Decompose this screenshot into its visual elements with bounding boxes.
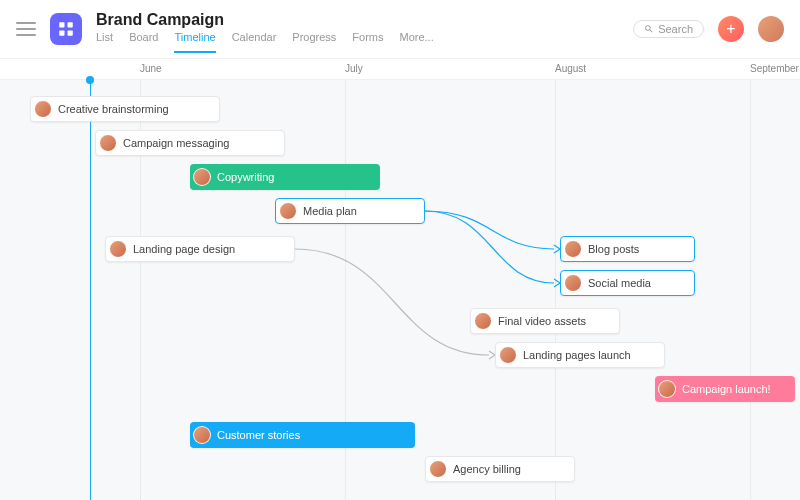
task-copywriting[interactable]: Copywriting <box>190 164 380 190</box>
svg-rect-1 <box>68 22 73 27</box>
month-header: JuneJulyAugustSeptember <box>0 58 800 80</box>
project-icon <box>50 13 82 45</box>
task-landing-pages-launch[interactable]: Landing pages launch <box>495 342 665 368</box>
project-title: Brand Campaign <box>96 11 434 29</box>
assignee-avatar <box>99 134 117 152</box>
search-placeholder: Search <box>658 23 693 35</box>
tab-forms[interactable]: Forms <box>352 31 383 47</box>
task-label: Landing pages launch <box>523 349 631 361</box>
task-landing-page-design[interactable]: Landing page design <box>105 236 295 262</box>
svg-rect-3 <box>68 31 73 36</box>
tab-board[interactable]: Board <box>129 31 158 47</box>
task-label: Final video assets <box>498 315 586 327</box>
tabs: ListBoardTimelineCalendarProgressFormsMo… <box>96 31 434 47</box>
assignee-avatar <box>429 460 447 478</box>
task-label: Social media <box>588 277 651 289</box>
task-label: Campaign launch! <box>682 383 771 395</box>
title-tabs: Brand Campaign ListBoardTimelineCalendar… <box>96 11 434 47</box>
task-label: Media plan <box>303 205 357 217</box>
task-creative-brainstorming[interactable]: Creative brainstorming <box>30 96 220 122</box>
month-label: September <box>750 63 799 74</box>
search-icon <box>644 24 654 34</box>
tab-calendar[interactable]: Calendar <box>232 31 277 47</box>
header: Brand Campaign ListBoardTimelineCalendar… <box>0 0 800 58</box>
task-campaign-messaging[interactable]: Campaign messaging <box>95 130 285 156</box>
month-label: June <box>140 63 162 74</box>
today-dot <box>86 76 94 84</box>
assignee-avatar <box>279 202 297 220</box>
user-avatar[interactable] <box>758 16 784 42</box>
task-blog-posts[interactable]: Blog posts <box>560 236 695 262</box>
assignee-avatar <box>193 426 211 444</box>
task-label: Campaign messaging <box>123 137 229 149</box>
task-customer-stories[interactable]: Customer stories <box>190 422 415 448</box>
task-social-media[interactable]: Social media <box>560 270 695 296</box>
task-label: Blog posts <box>588 243 639 255</box>
task-campaign-launch[interactable]: Campaign launch! <box>655 376 795 402</box>
assignee-avatar <box>499 346 517 364</box>
task-label: Landing page design <box>133 243 235 255</box>
assignee-avatar <box>109 240 127 258</box>
assignee-avatar <box>34 100 52 118</box>
tab-list[interactable]: List <box>96 31 113 47</box>
task-label: Copywriting <box>217 171 274 183</box>
svg-rect-0 <box>59 22 64 27</box>
menu-icon[interactable] <box>16 22 36 36</box>
month-label: July <box>345 63 363 74</box>
add-button[interactable]: + <box>718 16 744 42</box>
task-label: Agency billing <box>453 463 521 475</box>
tab-progress[interactable]: Progress <box>292 31 336 47</box>
assignee-avatar <box>564 274 582 292</box>
month-label: August <box>555 63 586 74</box>
search-input[interactable]: Search <box>633 20 704 38</box>
task-agency-billing[interactable]: Agency billing <box>425 456 575 482</box>
assignee-avatar <box>564 240 582 258</box>
assignee-avatar <box>193 168 211 186</box>
grid-line <box>750 80 751 500</box>
task-label: Creative brainstorming <box>58 103 169 115</box>
grid-line <box>555 80 556 500</box>
svg-rect-2 <box>59 31 64 36</box>
assignee-avatar <box>658 380 676 398</box>
tab-timeline[interactable]: Timeline <box>174 31 215 53</box>
assignee-avatar <box>474 312 492 330</box>
timeline: JuneJulyAugustSeptember Creative brainst… <box>0 58 800 500</box>
tab-more[interactable]: More... <box>400 31 434 47</box>
task-final-video-assets[interactable]: Final video assets <box>470 308 620 334</box>
task-label: Customer stories <box>217 429 300 441</box>
today-line <box>90 80 91 500</box>
task-media-plan[interactable]: Media plan <box>275 198 425 224</box>
